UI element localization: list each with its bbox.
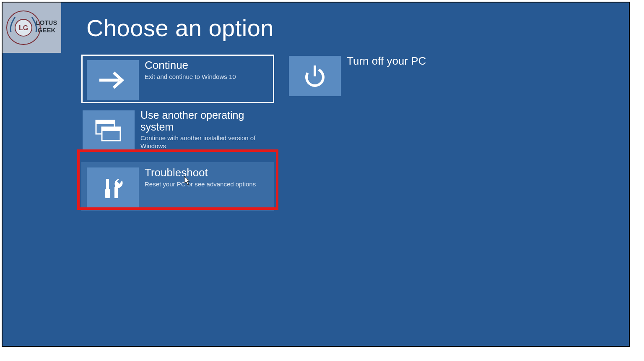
lotus-geek-logo-icon: LG LOTUS GEEK <box>5 5 59 51</box>
option-use-another-os-text: Use another operating system Continue wi… <box>140 110 273 150</box>
options-column-1: Continue Exit and continue to Windows 10 <box>81 55 274 211</box>
option-turn-off-title: Turn off your PC <box>347 55 426 67</box>
watermark-badge-text: LG <box>19 24 28 31</box>
option-troubleshoot[interactable]: Troubleshoot Reset your PC or see advanc… <box>81 162 274 211</box>
option-use-another-os[interactable]: Use another operating system Continue wi… <box>81 109 274 149</box>
option-use-another-os-title: Use another operating system <box>140 110 273 133</box>
option-continue[interactable]: Continue Exit and continue to Windows 10 <box>81 55 274 103</box>
options-grid: Continue Exit and continue to Windows 10 <box>81 55 480 211</box>
power-icon <box>289 56 341 96</box>
arrow-right-icon <box>87 60 139 100</box>
option-continue-title: Continue <box>145 59 236 71</box>
option-troubleshoot-text: Troubleshoot Reset your PC or see advanc… <box>145 167 256 188</box>
page-title: Choose an option <box>86 14 274 42</box>
tools-icon <box>87 167 139 208</box>
option-turn-off[interactable]: Turn off your PC <box>288 55 480 95</box>
option-troubleshoot-desc: Reset your PC or see advanced options <box>145 180 256 188</box>
windows-stack-icon <box>83 110 135 151</box>
option-continue-text: Continue Exit and continue to Windows 10 <box>145 59 236 81</box>
svg-rect-8 <box>105 189 110 198</box>
option-troubleshoot-title: Troubleshoot <box>145 167 256 179</box>
options-column-2: Turn off your PC <box>288 55 480 211</box>
svg-rect-7 <box>106 179 109 189</box>
page-wrapper: LG LOTUS GEEK Choose an option <box>0 0 644 361</box>
winre-screen: LG LOTUS GEEK Choose an option <box>2 2 630 347</box>
svg-rect-6 <box>102 127 120 131</box>
option-use-another-os-desc: Continue with another installed version … <box>140 134 266 150</box>
watermark-logo: LG LOTUS GEEK <box>3 3 61 53</box>
option-continue-desc: Exit and continue to Windows 10 <box>145 73 236 81</box>
watermark-line1-text: LOTUS <box>36 19 57 26</box>
svg-rect-4 <box>96 120 114 124</box>
watermark-line2-text: GEEK <box>38 26 56 34</box>
option-turn-off-text: Turn off your PC <box>347 55 426 67</box>
